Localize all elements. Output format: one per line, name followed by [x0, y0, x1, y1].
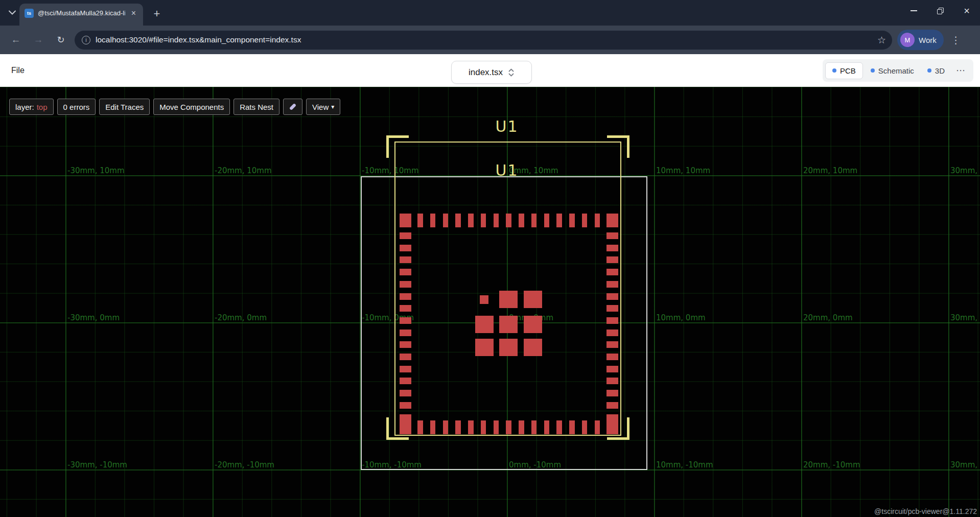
edit-pencil-button[interactable]	[283, 99, 302, 115]
file-menu[interactable]: File	[11, 66, 25, 75]
browser-window: ts @tsci/MustafaMulla29.kicad-lib × + × …	[0, 0, 980, 517]
new-tab-button[interactable]: +	[149, 6, 165, 21]
silkscreen-corner-bracket	[386, 417, 409, 440]
pcb-dot-icon	[832, 68, 836, 73]
layer-button[interactable]: layer: top	[9, 99, 54, 115]
minimize-icon	[911, 10, 917, 11]
browser-menu-button[interactable]: ⋮	[949, 34, 963, 46]
caret-down-icon: ▾	[331, 103, 334, 110]
silkscreen-corner-bracket	[607, 135, 629, 158]
view-switcher: PCB Schematic 3D ⋯	[823, 59, 973, 82]
silkscreen-corner-bracket	[607, 417, 629, 440]
silkscreen-outline	[394, 142, 621, 436]
tab-title: @tsci/MustafaMulla29.kicad-lib	[38, 9, 125, 17]
tab-3d[interactable]: 3D	[922, 63, 950, 79]
more-views-button[interactable]: ⋯	[952, 65, 969, 76]
chevron-down-icon	[9, 10, 16, 15]
browser-navbar: ← → ↻ i localhost:3020/#file=index.tsx&m…	[0, 26, 980, 54]
component-reference-label: U1	[481, 118, 532, 135]
tab-3d-label: 3D	[935, 66, 945, 75]
profile-label: Work	[919, 36, 937, 44]
window-restore-button[interactable]	[927, 0, 953, 21]
view-dropdown-button[interactable]: View ▾	[306, 99, 340, 115]
silkscreen-corner-bracket	[386, 135, 409, 158]
tab-strip: ts @tsci/MustafaMulla29.kicad-lib × + ×	[0, 0, 980, 26]
app-header: File index.tsx PCB Schematic 3D ⋯	[0, 54, 980, 87]
tab-schematic-label: Schematic	[878, 66, 914, 75]
site-info-icon[interactable]: i	[82, 36, 90, 44]
tab-pcb-label: PCB	[840, 66, 856, 75]
component-reference-label-inner: U1	[481, 161, 532, 179]
url-text[interactable]: localhost:3020/#file=index.tsx&main_comp…	[96, 35, 872, 44]
bookmark-star-icon[interactable]: ☆	[877, 34, 886, 46]
profile-chip[interactable]: M Work	[897, 30, 944, 50]
window-minimize-button[interactable]	[900, 0, 927, 21]
tab-close-icon[interactable]: ×	[129, 8, 138, 18]
file-selector-value: index.tsx	[469, 67, 503, 78]
view-label: View	[312, 103, 329, 111]
typescript-favicon-icon: ts	[25, 9, 34, 18]
schematic-dot-icon	[871, 68, 875, 73]
avatar: M	[900, 33, 915, 47]
viewer-version-label: @tscircuit/pcb-viewer@1.11.272	[874, 507, 977, 515]
updown-chevron-icon	[508, 68, 515, 77]
tab-schematic[interactable]: Schematic	[865, 63, 920, 79]
forward-button[interactable]: →	[30, 31, 47, 49]
restore-icon	[937, 8, 944, 14]
3d-dot-icon	[927, 68, 931, 73]
layer-label: layer:	[15, 103, 34, 111]
errors-button[interactable]: 0 errors	[57, 99, 96, 115]
edit-traces-button[interactable]: Edit Traces	[99, 99, 150, 115]
tab-pcb[interactable]: PCB	[825, 62, 863, 79]
browser-tab[interactable]: ts @tsci/MustafaMulla29.kicad-lib ×	[19, 4, 143, 26]
move-components-button[interactable]: Move Components	[153, 99, 230, 115]
file-selector-dropdown[interactable]: index.tsx	[451, 61, 532, 84]
pencil-icon	[289, 103, 296, 110]
back-button[interactable]: ←	[7, 31, 25, 49]
window-controls: ×	[900, 0, 980, 21]
close-icon: ×	[964, 6, 970, 16]
layer-value: top	[37, 103, 48, 111]
pcb-toolbar: layer: top 0 errors Edit Traces Move Com…	[9, 99, 340, 115]
address-bar[interactable]: i localhost:3020/#file=index.tsx&main_co…	[75, 31, 892, 50]
reload-button[interactable]: ↻	[52, 31, 69, 49]
rats-nest-button[interactable]: Rats Nest	[234, 99, 279, 115]
pcb-canvas[interactable]: -30mm, 10mm-20mm, 10mm-10mm, 10mm0mm, 10…	[0, 87, 980, 517]
window-close-button[interactable]: ×	[953, 0, 980, 21]
tab-search-button[interactable]	[5, 6, 19, 19]
